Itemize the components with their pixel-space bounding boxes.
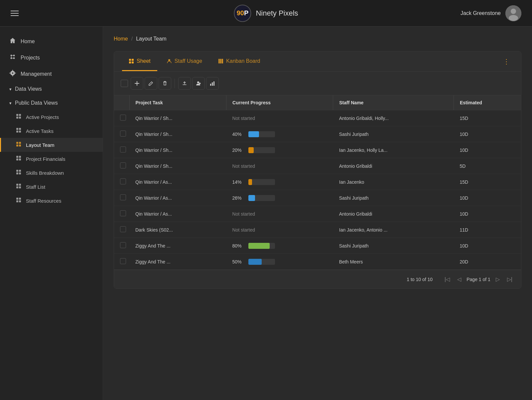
cell-project-task: Qin Warrior / Sh... [129,142,226,158]
page-label: Page 1 of 1 [466,277,490,282]
cell-staff-name: Sashi Juripath [333,126,454,142]
cell-project-task: Ziggy And The ... [129,238,226,254]
cell-current-progress: Not started [226,206,333,222]
toolbar [114,72,521,95]
pagination-next[interactable]: ▷ [494,275,502,284]
table-row[interactable]: Qin Warrior / As...Not startedAntonio Gr… [114,206,521,222]
svg-rect-22 [16,156,18,158]
table-row[interactable]: Qin Warrior / Sh...Not startedAntonio Gr… [114,110,521,126]
sidebar-item-staff-resources[interactable]: Staff Resources [0,194,103,208]
cell-staff-name: Ian Jacenko, Holly La... [333,142,454,158]
row-checkbox-5[interactable] [120,178,126,184]
svg-rect-26 [16,170,18,172]
public-data-views-chevron: ▾ [9,101,12,106]
assign-user-icon [196,81,201,86]
svg-rect-10 [16,114,18,116]
sidebar-item-layout-team[interactable]: Layout Team [0,138,103,152]
data-views-header[interactable]: ▾ Data Views [0,82,103,96]
progress-bar-bg [248,131,275,137]
table-row[interactable]: Dark Skies (S02...Not startedIan Jacenko… [114,222,521,238]
pagination-range: 1 to 10 of 10 [407,277,433,282]
chart-icon [210,81,215,86]
sidebar-item-skills-breakdown[interactable]: Skills Breakdown [0,166,103,180]
tab-kanban-board[interactable]: Kanban Board [211,52,267,71]
assign-user-button[interactable] [192,77,205,90]
staff-list-label: Staff List [26,184,45,190]
logo-90: 90 [237,9,244,17]
select-all-checkbox[interactable] [121,80,128,87]
header-right: Jack Greenstone [461,5,521,21]
cell-current-progress: 40% [226,126,333,142]
row-checkbox-6[interactable] [120,194,126,200]
svg-point-46 [197,81,199,83]
pagination-last[interactable]: ▷| [505,275,514,284]
svg-rect-27 [19,170,21,172]
tabs-more-button[interactable]: ⋮ [500,51,513,71]
row-checkbox-4[interactable] [120,162,126,168]
tab-staff-usage[interactable]: Staff Usage [160,52,209,71]
data-views-chevron: ▾ [9,87,12,92]
hamburger-menu[interactable] [11,11,19,16]
row-checkbox-7[interactable] [120,210,126,216]
sidebar-item-management[interactable]: Management [0,66,103,82]
cell-project-task: Ziggy And The ... [129,254,226,270]
svg-rect-16 [16,131,18,133]
avatar[interactable] [505,5,521,21]
table-row[interactable]: Qin Warrior / As... 14% Ian Jacenko15D [114,174,521,190]
svg-rect-24 [16,158,18,160]
table-row[interactable]: Qin Warrior / Sh... 40% Sashi Juripath10… [114,126,521,142]
sidebar-item-project-financials[interactable]: Project Financials [0,152,103,166]
cell-current-progress: Not started [226,158,333,174]
row-checkbox-2[interactable] [120,131,126,137]
logo-badge: 90P [234,5,251,22]
table-row[interactable]: Qin Warrior / As... 26% Sashi Juripath10… [114,190,521,206]
upload-button[interactable] [178,77,191,90]
svg-rect-40 [129,61,131,63]
delete-button[interactable] [159,77,171,90]
sidebar-home-label: Home [21,39,35,45]
progress-bar-fill [248,179,252,185]
app-name: Ninety Pixels [256,9,298,18]
edit-button[interactable] [145,77,157,90]
svg-point-2 [509,15,518,21]
row-checkbox-10[interactable] [120,258,126,264]
row-checkbox-8[interactable] [120,226,126,232]
pagination-prev[interactable]: ◁ [455,275,463,284]
sidebar-item-home[interactable]: Home [0,33,103,50]
pagination-first[interactable]: |◁ [443,275,452,284]
add-button[interactable] [131,77,143,90]
table-row[interactable]: Ziggy And The ... 80% Sashi Juripath10D [114,238,521,254]
sidebar-item-active-tasks[interactable]: Active Tasks [0,124,103,138]
svg-rect-36 [16,200,18,202]
tab-sheet[interactable]: Sheet [122,52,157,71]
sidebar-item-active-projects[interactable]: Active Projects [0,110,103,124]
logo-p: P [244,9,248,17]
public-data-views-header[interactable]: ▾ Public Data Views [0,96,103,110]
row-checkbox-9[interactable] [120,242,126,248]
cell-current-progress: 80% [226,238,333,254]
row-checkbox-3[interactable] [120,147,126,152]
table-row[interactable]: Qin Warrior / Sh... 20% Ian Jacenko, Hol… [114,142,521,158]
progress-bar-bg [248,243,275,249]
col-project-task: Project Task [129,95,226,110]
svg-rect-39 [132,59,134,61]
cell-staff-name: Sashi Juripath [333,190,454,206]
edit-icon [148,81,154,86]
cell-current-progress: 50% [226,254,333,270]
svg-rect-48 [212,82,213,86]
chart-button[interactable] [206,77,219,90]
breadcrumb-home[interactable]: Home [114,36,128,42]
project-financials-icon [16,155,21,162]
breadcrumb-separator: / [131,36,133,42]
table-row[interactable]: Qin Warrior / Sh...Not startedAntonio Gr… [114,158,521,174]
sidebar-item-staff-list[interactable]: Staff List [0,180,103,194]
management-icon [9,70,16,78]
sheet-icon [129,58,134,64]
table-row[interactable]: Ziggy And The ... 50% Beth Meers20D [114,254,521,270]
active-projects-label: Active Projects [26,114,59,120]
cell-estimated: 10D [454,126,521,142]
row-checkbox-1[interactable] [120,115,126,121]
cell-estimated: 15D [454,110,521,126]
sidebar-item-projects[interactable]: Projects [0,50,103,66]
layout-team-label: Layout Team [26,142,55,148]
